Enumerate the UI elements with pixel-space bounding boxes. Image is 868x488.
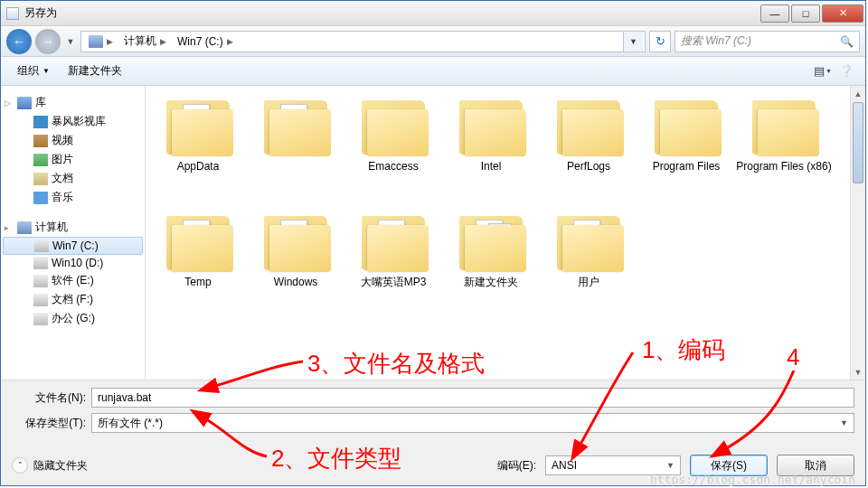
folder-item[interactable]: Windows	[247, 211, 344, 326]
sidebar-drive-g[interactable]: 办公 (G:)	[1, 309, 145, 328]
folder-icon	[362, 100, 425, 155]
new-folder-button[interactable]: 新建文件夹	[61, 61, 129, 80]
folder-item[interactable]: AppData	[149, 95, 247, 211]
toolbar: 组织 ▼ 新建文件夹 ▤▼ ❔	[1, 57, 865, 86]
folder-item[interactable]: Program Files (x86)	[735, 95, 833, 211]
folder-label: Program Files (x86)	[736, 160, 831, 173]
cancel-button[interactable]: 取消	[777, 455, 854, 476]
pictures-icon	[33, 154, 48, 166]
document-icon	[6, 7, 19, 20]
folder-icon	[362, 216, 425, 270]
folder-label: Windows	[274, 276, 318, 288]
filename-input[interactable]	[91, 388, 854, 408]
filename-label: 文件名(N):	[12, 390, 91, 406]
folder-label: Temp	[184, 276, 211, 288]
scrollbar[interactable]: ▲ ▼	[850, 86, 865, 380]
folder-icon	[557, 100, 620, 155]
video-lib-icon	[33, 116, 48, 128]
folder-item[interactable]: PerfLogs	[540, 95, 637, 211]
minimize-button[interactable]: —	[760, 5, 789, 23]
refresh-button[interactable]: ↻	[649, 31, 671, 52]
folder-icon	[752, 100, 816, 155]
bottom-panel: 文件名(N): 保存类型(T): 所有文件 (*.*)▼ ˄ 隐藏文件夹 编码(…	[1, 380, 865, 485]
sidebar-drive-d[interactable]: Win10 (D:)	[1, 255, 145, 271]
view-options-button[interactable]: ▤▼	[813, 61, 833, 81]
breadcrumb-seg-drive[interactable]: Win7 (C:)	[177, 35, 223, 48]
folder-label: PerfLogs	[567, 160, 610, 173]
folder-item[interactable]: 用户	[540, 211, 637, 326]
drive-icon	[34, 239, 49, 252]
folder-label: 用户	[578, 276, 599, 288]
search-placeholder: 搜索 Win7 (C:)	[681, 33, 751, 49]
sidebar-computer[interactable]: ▸ 计算机	[1, 218, 145, 237]
save-button[interactable]: 保存(S)	[690, 455, 768, 476]
sidebar-item-documents[interactable]: 文档	[1, 169, 145, 188]
sidebar-item-baofeng[interactable]: 暴风影视库	[1, 112, 145, 131]
drive-icon	[33, 275, 48, 287]
folder-icon	[166, 100, 230, 155]
folder-item[interactable]: Program Files	[637, 95, 735, 211]
filetype-label: 保存类型(T):	[12, 416, 91, 431]
library-icon	[17, 97, 32, 109]
music-icon	[33, 192, 48, 204]
window-title: 另存为	[24, 5, 57, 21]
sidebar-item-music[interactable]: 音乐	[1, 188, 145, 207]
hide-folders-toggle[interactable]: ˄	[12, 457, 28, 474]
folder-item[interactable]: Emaccess	[344, 95, 442, 211]
organize-button[interactable]: 组织 ▼	[10, 61, 57, 80]
search-icon[interactable]: 🔍	[840, 35, 854, 48]
sidebar-drive-f[interactable]: 文档 (F:)	[1, 290, 145, 309]
sidebar-drive-c[interactable]: Win7 (C:)	[3, 237, 143, 255]
folder-item[interactable]: Intel	[442, 95, 540, 211]
encoding-label: 编码(E):	[497, 458, 536, 474]
folder-icon	[557, 216, 620, 270]
drive-icon	[33, 313, 48, 325]
drive-icon	[33, 257, 48, 269]
sidebar: ▷ 库 暴风影视库 视频 图片 文档 音乐 ▸ 计算机 Win7 (C:) Wi…	[1, 86, 146, 380]
folder-icon	[655, 100, 718, 155]
folder-label: 新建文件夹	[464, 276, 518, 288]
folder-item[interactable]: Temp	[149, 211, 247, 326]
folder-icon	[459, 100, 523, 155]
folder-label: 大嘴英语MP3	[361, 276, 427, 288]
sidebar-item-pictures[interactable]: 图片	[1, 150, 145, 169]
sidebar-libraries[interactable]: ▷ 库	[1, 93, 145, 112]
filetype-select[interactable]: 所有文件 (*.*)▼	[91, 413, 854, 433]
video-icon	[33, 135, 48, 147]
folder-item[interactable]	[247, 95, 344, 211]
folder-item[interactable]: 大嘴英语MP3	[344, 211, 442, 326]
search-input[interactable]: 搜索 Win7 (C:) 🔍	[675, 31, 860, 52]
sidebar-drive-e[interactable]: 软件 (E:)	[1, 271, 145, 290]
help-button[interactable]: ❔	[836, 61, 856, 81]
folder-label: AppData	[177, 160, 220, 173]
folder-item[interactable]: 新建文件夹	[442, 211, 540, 326]
folder-icon	[166, 216, 230, 270]
save-as-dialog: 另存为 — □ ✕ ← → ▼ ▶ 计算机▶ Win7 (C:)▶ ▼ ↻ 搜索…	[0, 0, 866, 486]
folder-label: Program Files	[653, 160, 721, 173]
folder-icon	[264, 100, 327, 155]
folder-icon	[459, 216, 523, 270]
navbar: ← → ▼ ▶ 计算机▶ Win7 (C:)▶ ▼ ↻ 搜索 Win7 (C:)…	[1, 26, 865, 57]
history-dropdown[interactable]: ▼	[64, 37, 77, 46]
hide-folders-label[interactable]: 隐藏文件夹	[33, 458, 88, 474]
back-button[interactable]: ←	[6, 29, 32, 54]
file-list-area: AppDataEmaccessIntelPerfLogsProgram File…	[146, 86, 865, 380]
close-button[interactable]: ✕	[822, 5, 863, 23]
breadcrumb-seg-computer[interactable]: 计算机	[124, 33, 156, 49]
sidebar-item-video[interactable]: 视频	[1, 131, 145, 150]
maximize-button[interactable]: □	[791, 5, 820, 23]
computer-icon	[17, 221, 32, 234]
forward-button[interactable]: →	[35, 29, 61, 54]
titlebar: 另存为 — □ ✕	[1, 1, 865, 26]
documents-icon	[33, 173, 48, 185]
folder-label: Intel	[481, 160, 502, 173]
drive-icon	[33, 294, 48, 306]
encoding-select[interactable]: ANSI▼	[545, 455, 681, 475]
scrollbar-thumb[interactable]	[853, 102, 863, 183]
computer-icon	[89, 35, 103, 48]
folder-icon	[264, 216, 327, 270]
folder-label: Emaccess	[368, 160, 418, 173]
breadcrumb[interactable]: ▶ 计算机▶ Win7 (C:)▶ ▼	[80, 31, 646, 52]
